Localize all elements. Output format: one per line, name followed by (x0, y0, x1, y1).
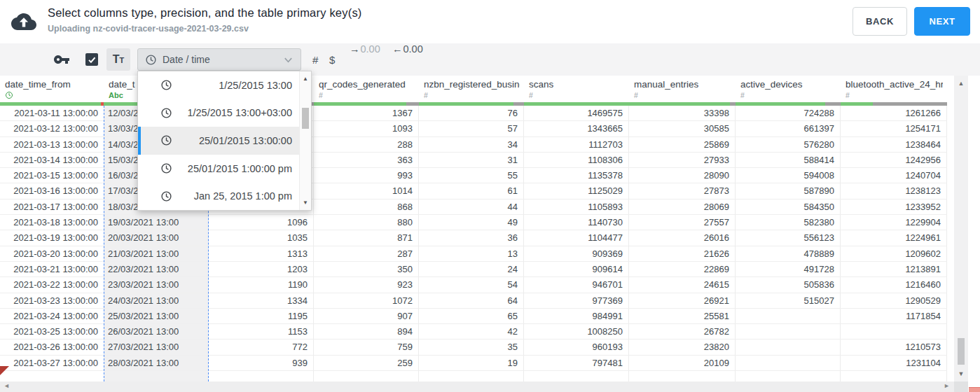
table-cell[interactable]: 1135378 (524, 168, 629, 183)
table-cell[interactable]: 19/03/2021 13:00 (104, 215, 209, 230)
table-cell[interactable]: 584350 (736, 200, 841, 215)
table-cell[interactable]: 2021-03-21 13:00:00 (0, 262, 104, 277)
table-cell[interactable]: 1216460 (841, 277, 947, 293)
table-cell[interactable]: 2021-03-24 13:00:00 (0, 309, 104, 324)
table-cell[interactable]: 797481 (524, 356, 629, 371)
table-cell[interactable]: 2021-03-23 13:00:00 (0, 293, 104, 309)
table-cell[interactable]: 49 (419, 215, 524, 230)
dropdown-option[interactable]: 1/25/2015 13:00+03:00 (138, 99, 299, 127)
table-cell[interactable]: 42 (419, 324, 524, 340)
table-cell[interactable]: 576280 (736, 137, 841, 153)
currency-type-button[interactable]: $ (329, 43, 335, 76)
column-header[interactable]: active_devices# (736, 76, 841, 102)
table-cell[interactable]: 1035 (209, 230, 314, 246)
table-cell[interactable]: 2021-03-15 13:00:00 (0, 168, 104, 183)
column-header[interactable]: date_time_from (0, 76, 104, 102)
table-cell[interactable]: 30585 (629, 121, 736, 136)
table-cell[interactable]: 1014 (314, 183, 419, 199)
table-cell[interactable]: 76 (419, 106, 524, 121)
table-cell[interactable]: 923 (314, 277, 419, 293)
table-cell[interactable]: 1240704 (841, 168, 947, 183)
table-cell[interactable]: 661397 (736, 121, 841, 136)
table-cell[interactable]: 556123 (736, 230, 841, 246)
table-cell[interactable]: 259 (314, 356, 419, 371)
table-cell[interactable]: 1313 (209, 246, 314, 262)
table-cell[interactable]: 27/03/2021 13:00 (104, 340, 209, 355)
table-cell[interactable]: 33398 (629, 106, 736, 121)
dropdown-option[interactable]: 25/01/2015 13:00:00 (138, 127, 299, 155)
increase-decimal-button[interactable]: → 0.00 (350, 43, 380, 76)
table-cell[interactable]: 1203 (209, 262, 314, 277)
table-cell[interactable]: 21/03/2021 13:00 (104, 246, 209, 262)
column-header[interactable]: bluetooth_active_24_hr_# (841, 76, 947, 102)
table-cell[interactable]: 28069 (629, 200, 736, 215)
table-cell[interactable]: 19 (419, 356, 524, 371)
table-cell[interactable]: 1238123 (841, 183, 947, 199)
table-cell[interactable] (841, 324, 947, 340)
table-horizontal-scrollbar[interactable]: ◄ ► (0, 382, 954, 392)
dropdown-option[interactable]: 1/25/2015 13:00 (138, 71, 299, 99)
table-cell[interactable]: 909614 (524, 262, 629, 277)
table-cell[interactable]: 1254171 (841, 121, 947, 136)
table-cell[interactable]: 871 (314, 230, 419, 246)
column-header[interactable]: manual_entries# (629, 76, 736, 102)
table-cell[interactable]: 13 (419, 246, 524, 262)
table-cell[interactable]: 2021-03-13 13:00:00 (0, 137, 104, 153)
number-type-button[interactable]: # (312, 43, 318, 76)
table-cell[interactable]: 55 (419, 168, 524, 183)
table-cell[interactable]: 28/03/2021 13:00 (104, 356, 209, 371)
table-cell[interactable]: 1290529 (841, 293, 947, 309)
type-dropdown[interactable]: Date / time (137, 48, 301, 71)
table-cell[interactable]: 1242956 (841, 153, 947, 168)
table-cell[interactable]: 880 (314, 215, 419, 230)
table-cell[interactable]: 2021-03-12 13:00:00 (0, 121, 104, 136)
back-button[interactable]: BACK (853, 7, 907, 36)
text-type-button[interactable]: Tt (106, 48, 130, 71)
table-cell[interactable]: 1140730 (524, 215, 629, 230)
table-cell[interactable]: 25/03/2021 13:00 (104, 309, 209, 324)
table-cell[interactable]: 28090 (629, 168, 736, 183)
table-cell[interactable]: 54 (419, 277, 524, 293)
table-cell[interactable]: 759 (314, 340, 419, 355)
column-header[interactable]: nzbn_registered_busine# (419, 76, 524, 102)
table-cell[interactable]: 1153 (209, 324, 314, 340)
table-cell[interactable]: 594008 (736, 168, 841, 183)
table-cell[interactable]: 1108306 (524, 153, 629, 168)
table-cell[interactable]: 1104477 (524, 230, 629, 246)
table-cell[interactable]: 64 (419, 293, 524, 309)
include-column-checkbox[interactable] (85, 53, 98, 66)
table-cell[interactable]: 22/03/2021 13:00 (104, 262, 209, 277)
table-cell[interactable] (736, 340, 841, 355)
table-cell[interactable] (736, 309, 841, 324)
table-cell[interactable]: 288 (314, 137, 419, 153)
table-cell[interactable]: 1195 (209, 309, 314, 324)
table-cell[interactable]: 960193 (524, 340, 629, 355)
table-cell[interactable]: 1233952 (841, 200, 947, 215)
table-cell[interactable]: 20/03/2021 13:00 (104, 230, 209, 246)
table-cell[interactable]: 61 (419, 183, 524, 199)
scroll-down-icon[interactable]: ▼ (300, 200, 311, 206)
scroll-down-icon[interactable]: ▼ (954, 370, 968, 377)
column-header[interactable]: qr_codes_generated# (314, 76, 419, 102)
table-cell[interactable]: 350 (314, 262, 419, 277)
table-cell[interactable]: 2021-03-20 13:00:00 (0, 246, 104, 262)
table-cell[interactable]: 984991 (524, 309, 629, 324)
table-cell[interactable]: 23820 (629, 340, 736, 355)
table-cell[interactable]: 977369 (524, 293, 629, 309)
table-cell[interactable]: 772 (209, 340, 314, 355)
table-cell[interactable]: 1469575 (524, 106, 629, 121)
table-cell[interactable]: 2021-03-17 13:00:00 (0, 200, 104, 215)
table-cell[interactable]: 505836 (736, 277, 841, 293)
decrease-decimal-button[interactable]: ← 0.00 (392, 43, 423, 76)
table-cell[interactable]: 724288 (736, 106, 841, 121)
vertical-scrollbar-thumb[interactable] (958, 338, 965, 365)
next-button[interactable]: NEXT (914, 7, 970, 36)
table-cell[interactable]: 31 (419, 153, 524, 168)
table-cell[interactable]: 26921 (629, 293, 736, 309)
scroll-left-icon[interactable]: ◄ (4, 382, 10, 389)
scroll-up-icon[interactable]: ▲ (954, 80, 968, 87)
table-cell[interactable]: 946701 (524, 277, 629, 293)
table-cell[interactable]: 868 (314, 200, 419, 215)
table-cell[interactable]: 1093 (314, 121, 419, 136)
scroll-right-icon[interactable]: ► (944, 382, 950, 389)
